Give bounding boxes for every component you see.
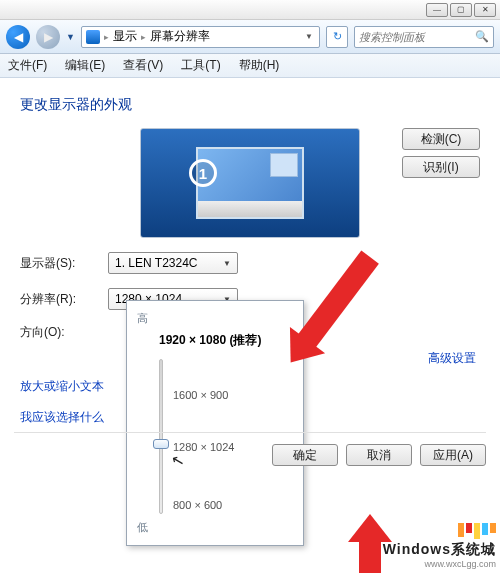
chevron-down-icon: ▼ bbox=[223, 259, 231, 268]
monitor-preview[interactable]: 1 bbox=[140, 128, 360, 238]
links-area: 放大或缩小文本 我应该选择什么 bbox=[20, 378, 104, 440]
monitor-number-badge: 1 bbox=[189, 159, 217, 187]
text-scaling-link[interactable]: 放大或缩小文本 bbox=[20, 378, 104, 395]
maximize-button[interactable]: ▢ bbox=[450, 3, 472, 17]
apply-button[interactable]: 应用(A) bbox=[420, 444, 486, 466]
resolution-option-1600[interactable]: 1600 × 900 bbox=[173, 389, 228, 401]
address-dropdown-icon[interactable]: ▼ bbox=[303, 32, 315, 41]
resolution-label: 分辨率(R): bbox=[20, 291, 90, 308]
resolution-slider-track[interactable] bbox=[159, 359, 163, 514]
display-label: 显示器(S): bbox=[20, 255, 90, 272]
menu-bar: 文件(F) 编辑(E) 查看(V) 工具(T) 帮助(H) bbox=[0, 54, 500, 78]
resolution-slider-thumb[interactable] bbox=[153, 439, 169, 449]
close-button[interactable]: ✕ bbox=[474, 3, 496, 17]
annotation-arrow-icon bbox=[359, 536, 381, 573]
menu-help[interactable]: 帮助(H) bbox=[239, 57, 280, 74]
advanced-settings-link[interactable]: 高级设置 bbox=[428, 350, 476, 367]
minimize-button[interactable]: — bbox=[426, 3, 448, 17]
separator bbox=[14, 432, 486, 433]
identify-button[interactable]: 识别(I) bbox=[402, 156, 480, 178]
nav-history-dropdown[interactable]: ▼ bbox=[66, 32, 75, 42]
breadcrumb-display[interactable]: 显示 bbox=[113, 28, 137, 45]
ok-button[interactable]: 确定 bbox=[272, 444, 338, 466]
navigation-bar: ◀ ▶ ▼ ▸ 显示 ▸ 屏幕分辨率 ▼ ↻ 🔍 bbox=[0, 20, 500, 54]
address-bar[interactable]: ▸ 显示 ▸ 屏幕分辨率 ▼ bbox=[81, 26, 320, 48]
orientation-label: 方向(O): bbox=[20, 324, 90, 341]
resolution-option-1280[interactable]: 1280 × 1024 bbox=[173, 441, 234, 453]
monitor-preview-container: 1 检测(C) 识别(I) bbox=[20, 128, 480, 238]
menu-file[interactable]: 文件(F) bbox=[8, 57, 47, 74]
watermark-url: www.wxcLgg.com bbox=[383, 559, 496, 569]
menu-tools[interactable]: 工具(T) bbox=[181, 57, 220, 74]
display-combo[interactable]: 1. LEN T2324C ▼ bbox=[108, 252, 238, 274]
page-title: 更改显示器的外观 bbox=[20, 96, 480, 114]
detect-button[interactable]: 检测(C) bbox=[402, 128, 480, 150]
breadcrumb-sep-icon: ▸ bbox=[104, 32, 109, 42]
breadcrumb-sep-icon: ▸ bbox=[141, 32, 146, 42]
search-icon: 🔍 bbox=[475, 30, 489, 43]
watermark-title: Windows系统城 bbox=[383, 541, 496, 559]
menu-view[interactable]: 查看(V) bbox=[123, 57, 163, 74]
forward-button[interactable]: ▶ bbox=[36, 25, 60, 49]
dialog-buttons: 确定 取消 应用(A) bbox=[272, 444, 486, 466]
slider-low-label: 低 bbox=[137, 520, 291, 535]
resolution-recommended[interactable]: 1920 × 1080 (推荐) bbox=[159, 332, 291, 349]
back-button[interactable]: ◀ bbox=[6, 25, 30, 49]
cancel-button[interactable]: 取消 bbox=[346, 444, 412, 466]
menu-edit[interactable]: 编辑(E) bbox=[65, 57, 105, 74]
breadcrumb-resolution[interactable]: 屏幕分辨率 bbox=[150, 28, 210, 45]
display-value: 1. LEN T2324C bbox=[115, 256, 198, 270]
window-titlebar: — ▢ ✕ bbox=[0, 0, 500, 20]
help-choose-link[interactable]: 我应该选择什么 bbox=[20, 409, 104, 426]
resolution-option-800[interactable]: 800 × 600 bbox=[173, 499, 222, 511]
slider-high-label: 高 bbox=[137, 311, 291, 326]
search-box[interactable]: 🔍 bbox=[354, 26, 494, 48]
resolution-slider-popup: 高 1920 × 1080 (推荐) 1600 × 900 1280 × 102… bbox=[126, 300, 304, 546]
watermark-logo-icon bbox=[383, 523, 496, 539]
refresh-button[interactable]: ↻ bbox=[326, 26, 348, 48]
watermark: Windows系统城 www.wxcLgg.com bbox=[383, 523, 496, 569]
search-input[interactable] bbox=[359, 31, 471, 43]
control-panel-icon bbox=[86, 30, 100, 44]
display-row: 显示器(S): 1. LEN T2324C ▼ bbox=[20, 252, 480, 274]
